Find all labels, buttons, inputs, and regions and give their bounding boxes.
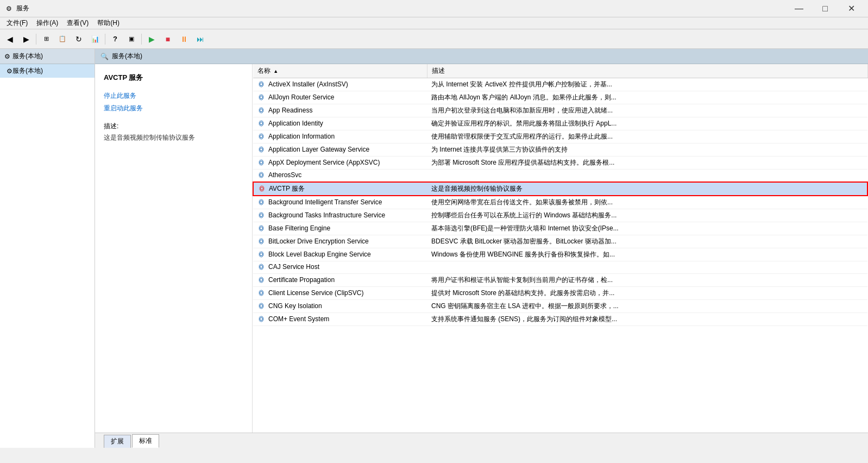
service-name-cell: Application Layer Gateway Service	[253, 143, 427, 157]
console-button[interactable]: ▣	[124, 32, 139, 47]
service-desc-cell: 为从 Internet 安装 ActiveX 控件提供用户帐户控制验证，并基..…	[427, 78, 867, 91]
content-area: 🔍 服务(本地) AVCTP 服务 停止此服务 重启动此服务 描述: 这是音频视…	[95, 49, 868, 448]
col-header-desc[interactable]: 描述	[427, 64, 867, 78]
help-button[interactable]: ?	[108, 32, 123, 47]
svg-point-12	[260, 240, 263, 242]
service-desc-cell: 使用空闲网络带宽在后台传送文件。如果该服务被禁用，则依...	[427, 196, 867, 209]
svg-point-14	[260, 266, 263, 268]
separator-3	[141, 34, 142, 45]
menu-action[interactable]: 操作(A)	[32, 17, 62, 29]
tab-standard[interactable]: 标准	[132, 434, 159, 448]
svg-point-7	[260, 174, 263, 177]
up-button[interactable]: ⊞	[39, 32, 54, 47]
forward-button[interactable]: ▶	[18, 32, 34, 47]
content-header: 🔍 服务(本地)	[95, 49, 868, 64]
svg-point-0	[260, 83, 263, 85]
table-row[interactable]: App Readiness当用户初次登录到这台电脑和添加新应用时，使应用进入就绪…	[253, 104, 867, 117]
table-row[interactable]: COM+ Event System支持系统事件通知服务 (SENS)，此服务为订…	[253, 313, 867, 326]
export-button[interactable]: 📊	[87, 32, 103, 47]
service-name-cell: App Readiness	[253, 104, 427, 117]
table-row[interactable]: Base Filtering Engine基本筛选引擎(BFE)是一种管理防火墙…	[253, 222, 867, 235]
close-button[interactable]: ✕	[839, 0, 864, 17]
sidebar-header-label: 服务(本地)	[12, 52, 43, 61]
menu-help[interactable]: 帮助(H)	[93, 17, 124, 29]
table-area[interactable]: 名称 ▲ 描述 ActiveX Installer (AxInstSV)为从 I…	[253, 64, 868, 433]
gear-icon	[257, 302, 266, 311]
table-row[interactable]: Application Information使用辅助管理权限便于交互式应用程序…	[253, 130, 867, 143]
service-name-text: Certificate Propagation	[268, 276, 335, 284]
maximize-button[interactable]: □	[813, 0, 838, 17]
table-row[interactable]: AllJoyn Router Service路由本地 AllJoyn 客户端的 …	[253, 91, 867, 104]
svg-point-10	[260, 214, 263, 216]
service-desc-cell: 当用户初次登录到这台电脑和添加新应用时，使应用进入就绪...	[427, 104, 867, 117]
main-container: ⚙ 服务(本地) ⚙ 服务(本地) 🔍 服务(本地) AVCTP 服务 停止此服…	[0, 49, 868, 448]
service-desc-cell: 路由本地 AllJoyn 客户端的 AllJoyn 消息。如果停止此服务，则..…	[427, 91, 867, 104]
service-name-text: ActiveX Installer (AxInstSV)	[268, 80, 348, 88]
table-row[interactable]: ActiveX Installer (AxInstSV)为从 Internet …	[253, 78, 867, 91]
sidebar-header: ⚙ 服务(本地)	[0, 49, 95, 64]
restart-service-link[interactable]: 重启动此服务	[104, 104, 243, 113]
table-row[interactable]: Block Level Backup Engine ServiceWindows…	[253, 248, 867, 261]
restart-button[interactable]: ⏭	[193, 32, 208, 47]
gear-icon	[257, 224, 266, 233]
service-name-text: App Readiness	[268, 107, 312, 114]
service-desc-cell: 提供对 Microsoft Store 的基础结构支持。此服务按需启动，并...	[427, 287, 867, 300]
service-name-text: Background Tasks Infrastructure Service	[268, 211, 385, 219]
service-name-text: CNG Key Isolation	[268, 302, 322, 310]
table-row[interactable]: AtherosSvc	[253, 170, 867, 183]
service-name-cell: AVCTP 服务	[253, 182, 427, 196]
service-name-cell: Base Filtering Engine	[253, 222, 427, 235]
tab-expand[interactable]: 扩展	[104, 435, 131, 448]
refresh-button[interactable]: ↻	[71, 32, 86, 47]
gear-icon	[257, 237, 266, 246]
service-panel-desc: 这是音频视频控制传输协议服务	[104, 133, 243, 142]
table-row[interactable]: Application Layer Gateway Service为 Inter…	[253, 143, 867, 157]
pause-button[interactable]: ⏸	[177, 32, 192, 47]
menu-view[interactable]: 查看(V)	[62, 17, 93, 29]
svg-point-13	[260, 253, 263, 255]
service-name-cell: Block Level Backup Engine Service	[253, 248, 427, 261]
table-row[interactable]: BitLocker Drive Encryption ServiceBDESVC…	[253, 235, 867, 248]
service-name-text: AllJoyn Router Service	[268, 93, 334, 101]
table-row[interactable]: Background Intelligent Transfer Service使…	[253, 196, 867, 209]
stop-service-link[interactable]: 停止此服务	[104, 91, 243, 101]
sidebar-item-label: 服务(本地)	[12, 66, 43, 76]
col-header-name[interactable]: 名称 ▲	[253, 64, 427, 78]
service-name-text: Application Identity	[268, 120, 323, 127]
app-icon: ⚙	[4, 4, 13, 13]
minimize-button[interactable]: —	[787, 0, 812, 17]
services-table: 名称 ▲ 描述 ActiveX Installer (AxInstSV)为从 I…	[253, 64, 868, 326]
sidebar-item-local-services[interactable]: ⚙ 服务(本地)	[0, 64, 95, 78]
gear-icon	[258, 185, 267, 193]
service-name-cell: AllJoyn Router Service	[253, 91, 427, 104]
table-row[interactable]: AVCTP 服务这是音频视频控制传输协议服务	[253, 182, 867, 196]
title-bar-text: 服务	[16, 4, 787, 13]
service-desc-cell: 为部署 Microsoft Store 应用程序提供基础结构支持。此服务根...	[427, 157, 867, 170]
table-row[interactable]: Background Tasks Infrastructure Service控…	[253, 209, 867, 222]
back-button[interactable]: ◀	[2, 32, 17, 47]
menu-file[interactable]: 文件(F)	[2, 17, 32, 29]
table-row[interactable]: AppX Deployment Service (AppXSVC)为部署 Mic…	[253, 157, 867, 170]
table-row[interactable]: Application Identity确定并验证应用程序的标识。禁用此服务将阻…	[253, 117, 867, 130]
play-button[interactable]: ▶	[144, 32, 159, 47]
service-name-text: AtherosSvc	[268, 171, 301, 179]
gear-icon	[257, 171, 266, 180]
service-name-text: Background Intelligent Transfer Service	[268, 198, 382, 206]
svg-point-16	[260, 291, 263, 294]
title-bar: ⚙ 服务 — □ ✕	[0, 0, 868, 17]
table-header-row: 名称 ▲ 描述	[253, 64, 867, 78]
table-row[interactable]: Certificate Propagation将用户证书和根证书从智能卡复制到当…	[253, 274, 867, 287]
stop-button[interactable]: ■	[160, 32, 175, 47]
service-desc-cell: 支持系统事件通知服务 (SENS)，此服务为订阅的组件对象模型...	[427, 313, 867, 326]
service-desc-cell: Windows 备份使用 WBENGINE 服务执行备份和恢复操作。如...	[427, 248, 867, 261]
table-row[interactable]: CAJ Service Host	[253, 261, 867, 274]
table-body: ActiveX Installer (AxInstSV)为从 Internet …	[253, 78, 867, 326]
gear-icon	[257, 120, 266, 128]
svg-point-4	[260, 135, 263, 137]
service-name-cell: Background Intelligent Transfer Service	[253, 196, 427, 209]
table-row[interactable]: Client License Service (ClipSVC)提供对 Micr…	[253, 287, 867, 300]
title-bar-controls: — □ ✕	[787, 0, 864, 17]
show-hide-button[interactable]: 📋	[55, 32, 70, 47]
svg-point-8	[261, 187, 263, 190]
table-row[interactable]: CNG Key IsolationCNG 密钥隔离服务宿主在 LSA 进程中。根…	[253, 300, 867, 313]
